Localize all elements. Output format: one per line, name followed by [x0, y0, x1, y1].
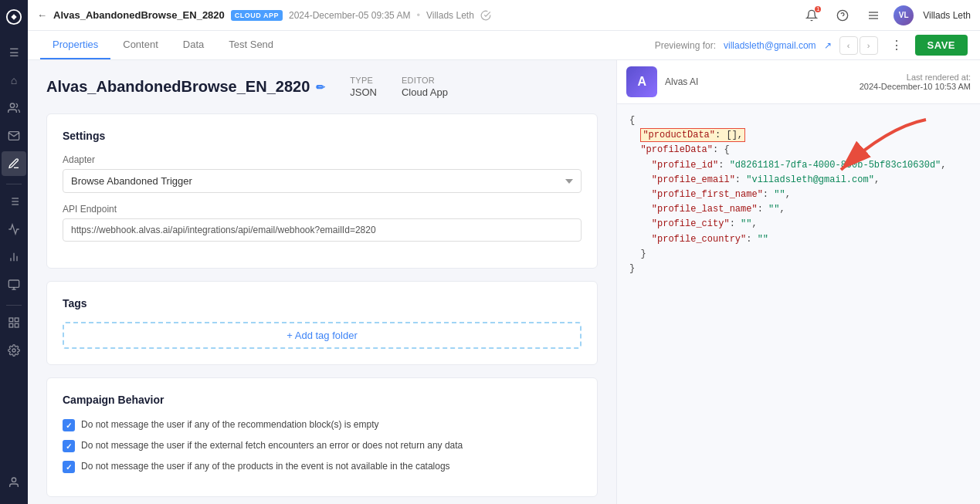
- svg-rect-11: [8, 280, 19, 287]
- behavior-item-1: Do not message the user if any of the re…: [63, 418, 582, 431]
- sidebar-item-menu[interactable]: ☰: [2, 40, 26, 65]
- type-column: Type JSON: [350, 76, 377, 98]
- adapter-label: Adapter: [63, 154, 582, 165]
- tab-content[interactable]: Content: [110, 31, 171, 59]
- rendered-date: 2024-December-10 10:53 AM: [860, 82, 971, 91]
- json-highlight-product: "productData": [],: [640, 128, 745, 142]
- topbar-username: Villads Leth: [923, 10, 971, 21]
- sidebar-item-analytics[interactable]: [2, 217, 26, 242]
- user-avatar[interactable]: VL: [894, 5, 914, 25]
- more-options-button[interactable]: ⋮: [886, 35, 907, 56]
- checkbox-3[interactable]: [63, 461, 75, 473]
- sidebar-item-integrations[interactable]: [2, 310, 26, 335]
- behavior-item-2: Do not message the user if the external …: [63, 439, 582, 452]
- json-line-profile-id: "profile_id": "d8261181-7dfa-4000-800b-5…: [629, 158, 968, 173]
- json-line-open: {: [629, 113, 968, 128]
- tab-properties[interactable]: Properties: [40, 31, 110, 59]
- type-label: Type: [350, 76, 377, 85]
- campaign-title: Alvas_AbandonedBrowse_EN_2820 ✏: [46, 78, 325, 96]
- api-endpoint-group: API Endpoint: [63, 204, 582, 242]
- svg-rect-15: [15, 318, 19, 322]
- tab-test-send[interactable]: Test Send: [216, 31, 286, 59]
- topbar-right: 1 VL Villads Leth: [801, 5, 971, 26]
- checkbox-2[interactable]: [63, 440, 75, 452]
- sidebar-item-team[interactable]: [2, 272, 26, 297]
- back-button[interactable]: ←: [37, 9, 47, 21]
- behavior-card: Campaign Behavior Do not message the use…: [46, 377, 598, 497]
- sidebar-item-segments[interactable]: [2, 189, 26, 214]
- behavior-text-1: Do not message the user if any of the re…: [81, 418, 379, 431]
- nav-next[interactable]: ›: [860, 36, 878, 55]
- json-line-profile-email: "profile_email": "villadsleth@gmail.com"…: [629, 173, 968, 188]
- nav-arrows: ‹ ›: [839, 36, 878, 55]
- sidebar-item-profile[interactable]: [2, 470, 26, 495]
- json-line-profile-city: "profile_city": "",: [629, 217, 968, 232]
- svg-rect-16: [15, 323, 19, 327]
- svg-rect-17: [9, 323, 13, 327]
- adapter-select[interactable]: Browse Abandoned Trigger: [63, 169, 582, 193]
- sidebar-item-campaigns[interactable]: [2, 123, 26, 148]
- topbar-date: 2024-December-05 09:35 AM: [289, 10, 410, 21]
- rendered-label: Last rendered at:: [860, 73, 971, 82]
- checkbox-1[interactable]: [63, 419, 75, 431]
- topbar-separator: •: [416, 9, 420, 21]
- editor-label: Editor: [402, 76, 448, 85]
- preview-email[interactable]: villadsleth@gmail.com: [724, 40, 816, 51]
- sidebar-item-editor[interactable]: [2, 151, 26, 176]
- json-preview: { "productData": [], "profileData": { "p…: [617, 104, 980, 504]
- api-endpoint-label: API Endpoint: [63, 204, 582, 215]
- topbar-menu-button[interactable]: [863, 5, 884, 26]
- sub-header: Properties Content Data Test Send Previe…: [28, 31, 980, 60]
- nav-prev[interactable]: ‹: [839, 36, 858, 55]
- topbar-user: Villads Leth: [426, 10, 474, 21]
- notifications-button[interactable]: 1: [801, 5, 822, 26]
- cloud-badge: CLOUD APP: [231, 10, 283, 21]
- json-line-close: }: [629, 262, 968, 276]
- json-line-profile-data: "profileData": {: [629, 143, 968, 157]
- json-line-profile-first-name: "profile_first_name": "",: [629, 188, 968, 202]
- behavior-title: Campaign Behavior: [63, 394, 582, 406]
- svg-point-1: [10, 103, 14, 107]
- external-link-icon[interactable]: ↗: [824, 40, 832, 51]
- sidebar-item-home[interactable]: ⌂: [2, 68, 26, 93]
- svg-point-18: [12, 349, 15, 352]
- behavior-item-3: Do not message the user if any of the pr…: [63, 460, 582, 473]
- tab-data[interactable]: Data: [171, 31, 216, 59]
- editor-column: Editor Cloud App: [402, 76, 448, 98]
- sidebar-item-stats[interactable]: [2, 245, 26, 269]
- svg-point-19: [12, 478, 15, 482]
- sidebar: ☰ ⌂: [0, 0, 28, 504]
- topbar-title: Alvas_AbandonedBrowse_EN_2820: [53, 9, 225, 21]
- save-button[interactable]: SAVE: [915, 35, 968, 56]
- svg-rect-14: [9, 318, 13, 322]
- edit-title-icon[interactable]: ✏: [316, 81, 325, 93]
- tab-right-controls: Previewing for: villadsleth@gmail.com ↗ …: [655, 35, 968, 56]
- editor-value: Cloud App: [402, 86, 448, 98]
- app-logo: A: [626, 66, 657, 97]
- add-tag-button[interactable]: + Add tag folder: [63, 322, 582, 349]
- preview-label: Previewing for:: [655, 40, 716, 51]
- tags-title: Tags: [63, 297, 582, 310]
- app-preview-header: A Alvas AI Last rendered at: 2024-Decemb…: [617, 60, 980, 104]
- sidebar-logo[interactable]: [3, 6, 25, 28]
- app-name: Alvas AI: [665, 76, 698, 87]
- behavior-text-3: Do not message the user if any of the pr…: [81, 460, 450, 473]
- sidebar-divider-1: [6, 184, 22, 184]
- verified-icon: [480, 10, 491, 21]
- content-area: Alvas_AbandonedBrowse_EN_2820 ✏ Type JSO…: [28, 60, 980, 504]
- settings-card: Settings Adapter Browse Abandoned Trigge…: [46, 113, 598, 269]
- json-line-profile-close: }: [629, 247, 968, 262]
- behavior-text-2: Do not message the user if the external …: [81, 439, 463, 452]
- sidebar-item-settings[interactable]: [2, 338, 26, 363]
- api-endpoint-input[interactable]: [63, 218, 582, 242]
- tags-card: Tags + Add tag folder: [46, 281, 598, 365]
- sidebar-item-users[interactable]: [2, 96, 26, 120]
- settings-title: Settings: [63, 130, 582, 142]
- right-panel: A Alvas AI Last rendered at: 2024-Decemb…: [616, 60, 980, 504]
- json-line-profile-country: "profile_country": "": [629, 232, 968, 247]
- rendered-info: Last rendered at: 2024-December-10 10:53…: [860, 73, 971, 91]
- sidebar-divider-2: [6, 305, 22, 306]
- json-line-profile-last-name: "profile_last_name": "",: [629, 202, 968, 217]
- help-button[interactable]: [832, 5, 853, 26]
- left-panel: Alvas_AbandonedBrowse_EN_2820 ✏ Type JSO…: [28, 60, 616, 504]
